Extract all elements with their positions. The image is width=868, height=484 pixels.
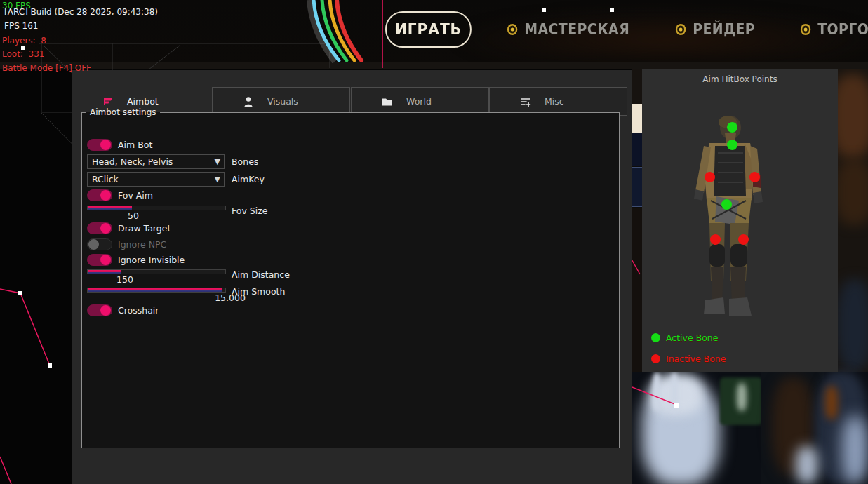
toggle-knob: [88, 239, 99, 250]
menu-item-label: РЕЙДЕР: [693, 21, 755, 38]
players-count: Players: 8: [2, 36, 46, 46]
fov-size-slider[interactable]: [87, 206, 226, 210]
aimkey-selected-value: RClick: [92, 174, 119, 184]
ignore-npc-label: Ignore NPC: [118, 239, 166, 250]
aim-smooth-slider[interactable]: [87, 288, 226, 293]
screen: 30 FPS [ARC] Build (Dec 28 2025, 09:43:3…: [0, 0, 868, 484]
bone-dot-right-shoulder: [749, 172, 760, 182]
person-icon: [242, 95, 255, 108]
slider-fill: [88, 288, 222, 292]
tab-label: Visuals: [267, 96, 298, 107]
fps-text: FPS 161: [4, 21, 38, 31]
chevron-down-icon: ▼: [215, 175, 220, 184]
flag-icon: [102, 95, 114, 108]
coin-icon: [507, 23, 518, 36]
draw-target-label: Draw Target: [118, 223, 171, 234]
coin-icon: [675, 23, 686, 36]
hitbox-panel-title: Aim HitBox Points: [642, 74, 838, 84]
slider-fill: [88, 270, 121, 274]
toggle-knob: [100, 305, 111, 316]
bone-dot-left-shoulder: [705, 172, 715, 182]
ignore-invisible-label: Ignore Invisible: [118, 255, 185, 265]
bones-selected-value: Head, Neck, Pelvis: [92, 156, 173, 167]
esp-debug-text: 30 FPS [ARC] Build (Dec 28 2025, 09:43:3…: [0, 0, 281, 77]
crosshair-label: Crosshair: [118, 305, 159, 316]
legend-active-bone: Active Bone: [651, 332, 718, 343]
toggle-knob: [100, 223, 111, 234]
tab-label: World: [406, 96, 432, 107]
toggle-knob: [100, 255, 111, 265]
fov-aim-toggle[interactable]: [87, 189, 112, 201]
menu-item-label: МАСТЕРСКАЯ: [524, 21, 629, 38]
aim-distance-label: Aim Distance: [232, 269, 290, 280]
tab-label: Misc: [545, 96, 564, 107]
aim-distance-slider[interactable]: [87, 269, 226, 274]
bone-dot-neck: [727, 140, 737, 150]
folder-icon: [381, 95, 394, 108]
fov-size-label: Fov Size: [232, 206, 267, 216]
sliders-plus-icon: [519, 95, 532, 108]
aim-distance-value: 150: [116, 274, 133, 285]
aim-bot-label: Aim Bot: [118, 140, 152, 150]
menu-item-label: ТОРГО: [817, 21, 868, 38]
active-bone-dot-icon: [651, 333, 660, 342]
aimkey-dropdown[interactable]: RClick ▼: [87, 172, 225, 187]
legend-inactive-bone: Inactive Bone: [651, 354, 726, 364]
fov-aim-label: Fov Aim: [118, 190, 153, 201]
hitbox-preview-panel: Aim HitBox Points: [642, 69, 838, 372]
draw-target-toggle[interactable]: [87, 222, 112, 234]
aim-bot-toggle[interactable]: [87, 139, 112, 151]
coin-icon: [800, 23, 811, 36]
aim-smooth-label: Aim Smooth: [232, 286, 285, 297]
menu-item-raider[interactable]: РЕЙДЕР: [675, 20, 755, 39]
tab-label: Aimbot: [127, 96, 159, 107]
bones-dropdown[interactable]: Head, Neck, Pelvis ▼: [87, 154, 225, 169]
ignore-invisible-toggle[interactable]: [87, 254, 112, 266]
bone-dot-right-hip: [738, 234, 749, 245]
menu-item-workshop[interactable]: МАСТЕРСКАЯ: [507, 20, 629, 39]
bones-label: Bones: [232, 156, 258, 167]
bone-dot-left-hip: [710, 234, 721, 245]
build-info: [ARC] Build (Dec 28 2025, 09:43:38): [4, 7, 158, 17]
legend-label: Active Bone: [666, 332, 718, 343]
bone-dot-pelvis: [721, 199, 732, 210]
loot-count: Loot: 331: [2, 49, 44, 59]
chevron-down-icon: ▼: [215, 157, 220, 166]
play-button[interactable]: ИГРАТЬ: [385, 11, 472, 48]
toggle-knob: [100, 140, 111, 150]
inactive-bone-dot-icon: [651, 354, 660, 363]
fov-size-value: 50: [128, 210, 139, 221]
bone-dot-head: [727, 122, 737, 133]
legend-label: Inactive Bone: [666, 354, 726, 364]
cheat-menu-panel: Aimbot Visuals World Misc: [72, 70, 632, 484]
battle-mode: Battle Mode [F4] OFF: [2, 63, 91, 73]
aimkey-label: AimKey: [232, 174, 265, 184]
toggle-knob: [100, 190, 111, 201]
ignore-npc-toggle[interactable]: [87, 238, 112, 250]
aimbot-settings-group: Aimbot settings Aim Bot Head, Neck, Pelv…: [81, 107, 620, 448]
crosshair-toggle[interactable]: [87, 304, 112, 316]
group-title: Aimbot settings: [86, 107, 160, 117]
menu-item-trade[interactable]: ТОРГО: [800, 20, 868, 39]
slider-fill: [88, 206, 132, 210]
